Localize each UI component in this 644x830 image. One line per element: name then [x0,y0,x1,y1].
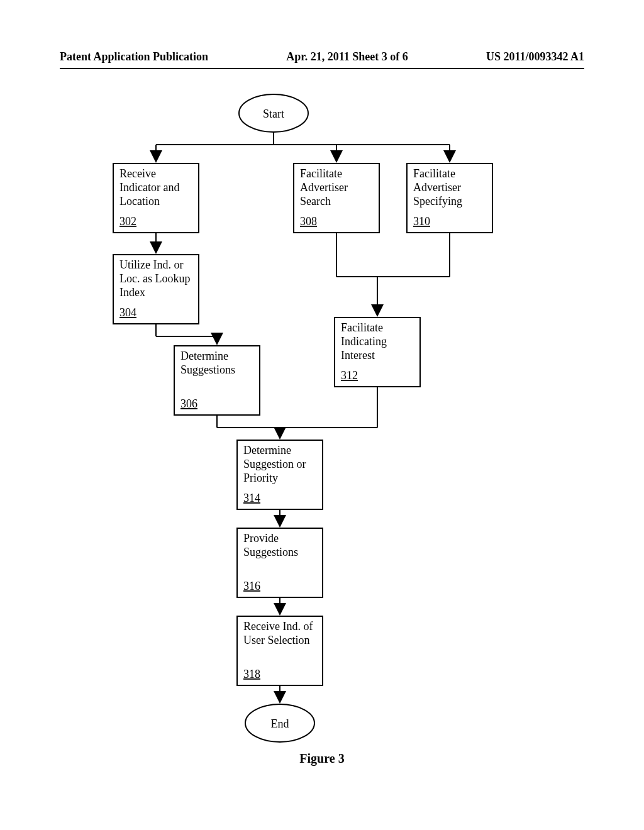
box-304-line3: Index [119,286,145,299]
end-terminator: End [245,704,314,742]
box-304: Utilize Ind. or Loc. as Lookup Index 304 [113,255,199,324]
page-header: Patent Application Publication Apr. 21, … [60,50,584,64]
page-root: Patent Application Publication Apr. 21, … [0,0,644,830]
box-316-line2: Suggestions [243,546,298,558]
box-314-line2: Suggestion or [243,458,306,470]
figure-caption: Figure 3 [0,751,644,766]
box-308: Facilitate Advertiser Search 308 [294,163,379,233]
start-label: Start [263,108,284,120]
box-308-ref: 308 [300,215,317,228]
box-312-line3: Interest [341,349,375,362]
box-314-line3: Priority [243,472,278,484]
box-304-line2: Loc. as Lookup [119,272,190,285]
box-310-line2: Advertiser [413,181,461,194]
box-314-line1: Determine [243,444,291,456]
header-date-sheet: Apr. 21, 2011 Sheet 3 of 6 [208,50,486,64]
box-308-line3: Search [300,195,331,208]
box-312: Facilitate Indicating Interest 312 [335,318,420,387]
box-304-line1: Utilize Ind. or [119,258,183,271]
box-310-line3: Specifying [413,195,462,208]
box-308-line2: Advertiser [300,181,348,194]
box-310-ref: 310 [413,215,430,228]
box-312-ref: 312 [341,369,358,382]
box-310: Facilitate Advertiser Specifying 310 [407,163,492,233]
box-306-line2: Suggestions [180,363,235,376]
end-label: End [271,717,289,730]
box-318-line1: Receive Ind. of [243,620,313,633]
box-302: Receive Indicator and Location 302 [113,163,199,233]
box-318-ref: 318 [243,668,260,680]
header-publication-type: Patent Application Publication [60,50,208,64]
box-318-line2: User Selection [243,634,309,646]
box-316-ref: 316 [243,580,260,592]
box-302-line1: Receive [119,167,156,180]
box-318: Receive Ind. of User Selection 318 [237,616,323,685]
flowchart-svg: Start Receive Indicator and Location 302… [60,88,584,748]
box-312-line1: Facilitate [341,321,383,334]
box-306-ref: 306 [180,397,197,410]
box-308-line1: Facilitate [300,167,342,180]
box-314: Determine Suggestion or Priority 314 [237,440,323,509]
header-rule [60,68,584,69]
box-302-ref: 302 [119,215,136,228]
box-306: Determine Suggestions 306 [174,346,260,415]
box-306-line1: Determine [180,350,228,362]
box-316: Provide Suggestions 316 [237,528,323,597]
box-304-ref: 304 [119,306,136,319]
box-302-line2: Indicator and [119,181,179,194]
start-terminator: Start [239,94,308,132]
box-302-line3: Location [119,195,160,208]
box-316-line1: Provide [243,532,279,545]
box-312-line2: Indicating [341,335,387,348]
box-310-line1: Facilitate [413,167,455,180]
box-314-ref: 314 [243,492,260,504]
header-publication-number: US 2011/0093342 A1 [486,50,584,64]
